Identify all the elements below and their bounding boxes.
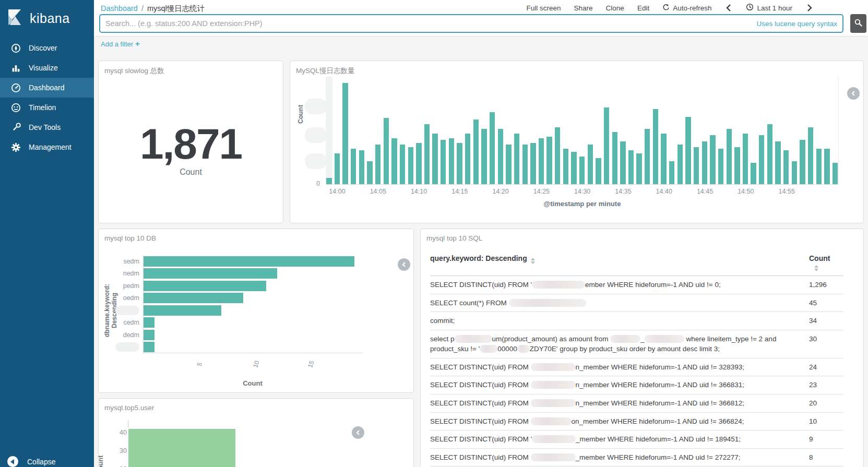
sidebar-item-dashboard[interactable]: Dashboard bbox=[0, 78, 94, 98]
bar[interactable] bbox=[800, 140, 805, 184]
lucene-syntax-link[interactable]: Uses lucene query syntax bbox=[756, 20, 837, 28]
bar[interactable] bbox=[441, 140, 446, 184]
table-row[interactable]: SELECT DISTINCT(uid) FROM n_member WHERE… bbox=[430, 376, 843, 394]
legend-toggle-icon[interactable] bbox=[847, 87, 860, 100]
table-row[interactable]: commit;34 bbox=[430, 312, 843, 330]
table-row[interactable]: SELECT DISTINCT(uid) FROM 'ember WHERE h… bbox=[430, 276, 843, 294]
bar[interactable] bbox=[416, 143, 421, 184]
table-row[interactable]: SELECT DISTINCT(uid) FROM '_member WHERE… bbox=[430, 430, 843, 449]
bar[interactable] bbox=[661, 134, 666, 184]
bar[interactable] bbox=[636, 153, 641, 184]
bar[interactable] bbox=[514, 134, 519, 184]
bar[interactable] bbox=[579, 157, 585, 184]
sidebar-item-timelion[interactable]: Timelion bbox=[0, 98, 94, 117]
search-button[interactable] bbox=[850, 14, 866, 33]
bar[interactable] bbox=[522, 145, 528, 185]
bar[interactable] bbox=[144, 330, 154, 340]
sidebar-item-dev-tools[interactable]: Dev Tools bbox=[0, 117, 94, 137]
bar[interactable] bbox=[375, 145, 381, 185]
user-chart-bar[interactable] bbox=[128, 429, 235, 467]
time-back-button[interactable] bbox=[724, 4, 733, 12]
bar[interactable] bbox=[588, 145, 593, 185]
bar[interactable] bbox=[481, 129, 486, 184]
table-row[interactable]: SELECT DISTINCT(uid) FROM on_member WHER… bbox=[430, 412, 843, 430]
bar[interactable] bbox=[563, 149, 568, 184]
bar[interactable] bbox=[144, 317, 154, 328]
bar[interactable] bbox=[144, 305, 221, 316]
bar[interactable] bbox=[653, 109, 658, 184]
table-row[interactable]: SELECT DISTINCT(uid) FROM _member WHERE … bbox=[430, 448, 843, 466]
bar[interactable] bbox=[702, 141, 707, 184]
bar[interactable] bbox=[424, 124, 430, 184]
bar[interactable] bbox=[539, 138, 544, 184]
bar[interactable] bbox=[144, 281, 266, 291]
legend-toggle-icon[interactable] bbox=[398, 258, 410, 271]
sidebar-item-discover[interactable]: Discover bbox=[0, 38, 94, 58]
bar[interactable] bbox=[498, 129, 503, 184]
bar[interactable] bbox=[604, 107, 609, 184]
bar[interactable] bbox=[783, 150, 789, 184]
edit-button[interactable]: Edit bbox=[637, 4, 649, 12]
bar[interactable] bbox=[473, 119, 479, 184]
bar[interactable] bbox=[751, 163, 756, 184]
bar[interactable] bbox=[530, 143, 536, 184]
bar[interactable] bbox=[490, 112, 495, 184]
bar[interactable] bbox=[449, 138, 454, 184]
bar[interactable] bbox=[767, 124, 772, 184]
column-header-query[interactable]: query.keyword: Descending bbox=[430, 251, 809, 276]
bar[interactable] bbox=[824, 149, 829, 184]
bar[interactable] bbox=[685, 117, 691, 184]
bar[interactable] bbox=[759, 135, 764, 184]
bar[interactable] bbox=[144, 342, 154, 352]
bar[interactable] bbox=[727, 129, 732, 184]
add-filter-button[interactable]: Add a filter+ bbox=[101, 40, 139, 48]
bar[interactable] bbox=[335, 153, 340, 184]
kibana-logo[interactable]: kibana bbox=[0, 0, 94, 35]
bar[interactable] bbox=[718, 149, 723, 184]
bar[interactable] bbox=[792, 161, 797, 184]
bar[interactable] bbox=[833, 163, 838, 184]
table-row[interactable]: SELECT DISTINCT(uid) FROM n_member WHERE… bbox=[430, 394, 843, 412]
time-picker-button[interactable]: Last 1 hour bbox=[746, 3, 792, 13]
bar[interactable] bbox=[359, 150, 364, 184]
bar[interactable] bbox=[457, 143, 462, 184]
time-forward-button[interactable] bbox=[805, 4, 814, 12]
bar[interactable] bbox=[816, 149, 822, 184]
search-input[interactable] bbox=[105, 19, 751, 28]
bar[interactable] bbox=[326, 178, 331, 184]
bar[interactable] bbox=[628, 150, 634, 184]
sidebar-collapse-button[interactable]: Collapse bbox=[0, 456, 55, 467]
bar[interactable] bbox=[144, 268, 277, 279]
bar[interactable] bbox=[367, 161, 372, 184]
bar[interactable] bbox=[734, 147, 740, 184]
auto-refresh-button[interactable]: Auto-refresh bbox=[662, 4, 711, 13]
bar[interactable] bbox=[384, 118, 389, 184]
bar[interactable] bbox=[694, 147, 699, 184]
breadcrumb-dashboard-link[interactable]: Dashboard bbox=[101, 4, 138, 13]
bar[interactable] bbox=[144, 256, 354, 267]
bar[interactable] bbox=[596, 158, 601, 184]
table-row[interactable]: select pum(product_amount) as amount fro… bbox=[430, 330, 843, 358]
sidebar-item-visualize[interactable]: Visualize bbox=[0, 58, 94, 78]
bar[interactable] bbox=[400, 145, 405, 185]
table-row[interactable]: SELECT count(*) FROM 45 bbox=[430, 294, 843, 312]
bar[interactable] bbox=[571, 152, 576, 184]
bar[interactable] bbox=[677, 145, 683, 185]
bar[interactable] bbox=[144, 293, 243, 303]
bar[interactable] bbox=[669, 161, 674, 184]
bar[interactable] bbox=[612, 132, 617, 184]
bar[interactable] bbox=[391, 138, 397, 184]
bar[interactable] bbox=[342, 83, 348, 184]
bar[interactable] bbox=[351, 149, 356, 184]
bar[interactable] bbox=[808, 127, 813, 184]
bar[interactable] bbox=[555, 127, 560, 184]
bar[interactable] bbox=[408, 147, 413, 184]
bar[interactable] bbox=[506, 145, 511, 185]
sidebar-item-management[interactable]: Management bbox=[0, 137, 94, 157]
bar[interactable] bbox=[645, 129, 650, 184]
bar[interactable] bbox=[710, 135, 715, 184]
bar[interactable] bbox=[546, 137, 552, 184]
clone-button[interactable]: Clone bbox=[606, 4, 624, 12]
bar[interactable] bbox=[620, 141, 625, 184]
table-row[interactable]: SELECT DISTINCT(uid) FROM n_member WHERE… bbox=[430, 358, 843, 376]
